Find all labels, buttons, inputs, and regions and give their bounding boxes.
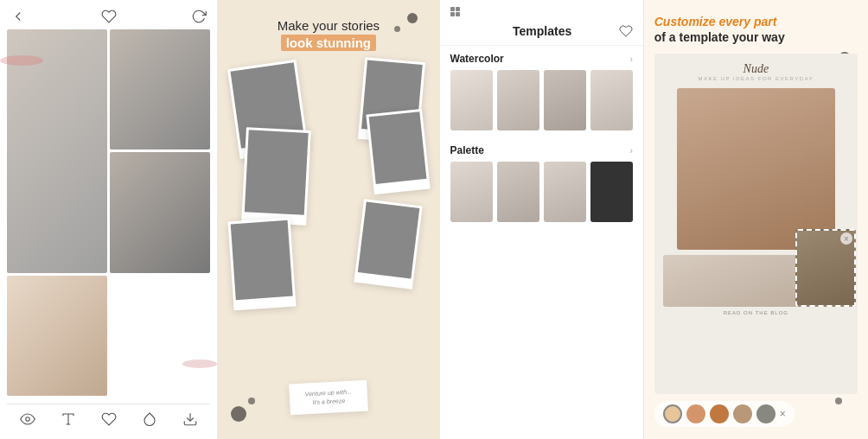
panel-customize: Customize every part of a template your … [644, 0, 868, 439]
preview-bottom-image: × [663, 255, 849, 307]
svg-rect-6 [450, 7, 455, 11]
panel-editor [0, 0, 218, 439]
templates-header: Templates [440, 21, 643, 46]
phone-status-bar [440, 0, 643, 21]
preview-main-image [677, 88, 835, 250]
bottom-toolbar [7, 404, 210, 430]
handwritten-card: Venture up with...It's a breeze [289, 380, 368, 415]
photo-collage [7, 24, 210, 404]
editor-top-bar [7, 9, 210, 24]
scattered-card-3 [241, 127, 311, 226]
palette-thumb-4[interactable] [590, 162, 633, 222]
panel-stories: Make your stories look stunning Venture … [218, 0, 438, 439]
drop-toolbar-icon[interactable] [142, 411, 157, 427]
palette-thumb-3[interactable] [544, 162, 586, 222]
palette-close-icon[interactable]: × [780, 408, 786, 420]
template-thumb-3[interactable] [544, 70, 586, 130]
overlay-photo[interactable]: × [795, 229, 856, 307]
templates-title: Templates [513, 24, 571, 38]
color-palette-row: × [654, 401, 795, 427]
customize-headline-part2: of a template your way [654, 30, 785, 44]
palette-templates [450, 162, 633, 222]
color-swatch-3[interactable] [710, 404, 729, 423]
color-swatch-2[interactable] [686, 404, 705, 423]
panel-templates: Templates Watercolor › Palette › [439, 0, 644, 439]
photo-cell-3 [110, 152, 210, 272]
palette-thumb-2[interactable] [497, 162, 539, 222]
preview-card-main: Nude MAKE UP IDEAS FOR EVERYDAY × READ O… [654, 54, 858, 394]
watercolor-arrow[interactable]: › [629, 54, 632, 64]
svg-rect-9 [456, 12, 460, 16]
stories-headline: Make your stories look stunning [278, 17, 380, 51]
palette-arrow[interactable]: › [629, 146, 632, 156]
back-arrow-icon[interactable] [10, 9, 26, 24]
watercolor-section: Watercolor › [440, 46, 643, 137]
template-thumb-1[interactable] [450, 70, 493, 130]
palette-header: Palette › [450, 144, 633, 156]
template-thumb-2[interactable] [497, 70, 539, 130]
preview-brand-tagline: MAKE UP IDEAS FOR EVERYDAY [699, 76, 814, 81]
color-swatch-5[interactable] [756, 404, 775, 423]
preview-brand-name: Nude [744, 62, 769, 76]
palette-thumb-1[interactable] [450, 162, 493, 222]
svg-rect-8 [450, 12, 455, 16]
customize-headline-part1: Customize every part [654, 15, 777, 29]
overlay-close-btn[interactable]: × [840, 232, 852, 245]
download-toolbar-icon[interactable] [182, 411, 198, 427]
read-on-blog-label: READ ON THE BLOG [724, 310, 788, 315]
color-swatch-1[interactable] [663, 404, 682, 423]
heart-icon[interactable] [101, 9, 117, 24]
palette-title[interactable]: Palette [450, 144, 484, 156]
watercolor-title[interactable]: Watercolor [450, 53, 504, 65]
svg-rect-7 [456, 7, 460, 11]
svg-point-0 [0, 55, 43, 66]
eye-toolbar-icon[interactable] [20, 411, 35, 427]
svg-point-2 [25, 417, 29, 422]
template-thumb-4[interactable] [590, 70, 633, 130]
ink-spot-1 [407, 13, 418, 23]
scattered-card-5 [228, 218, 297, 311]
photo-cell-2 [110, 29, 210, 150]
templates-heart-icon[interactable] [619, 24, 633, 38]
refresh-icon[interactable] [191, 9, 207, 24]
template-preview: Nude MAKE UP IDEAS FOR EVERYDAY × READ O… [654, 54, 858, 429]
grid-icon [450, 7, 464, 17]
brush-toolbar-icon[interactable] [101, 411, 117, 427]
svg-point-1 [182, 359, 217, 368]
text-toolbar-icon[interactable] [61, 411, 76, 427]
watercolor-templates [450, 70, 633, 130]
ink-spot-2 [394, 26, 400, 32]
watercolor-header: Watercolor › [450, 53, 633, 65]
scattered-photos-area: Venture up with...It's a breeze [227, 60, 430, 430]
scattered-card-6 [354, 199, 422, 289]
customize-headline: Customize every part of a template your … [654, 14, 793, 45]
color-swatch-4[interactable] [733, 404, 752, 423]
photo-cell-4 [7, 276, 107, 396]
palette-section: Palette › [440, 137, 643, 229]
headline-line1: Make your stories [278, 17, 380, 35]
scattered-card-4 [366, 109, 430, 194]
headline-line2: look stunning [281, 35, 376, 51]
